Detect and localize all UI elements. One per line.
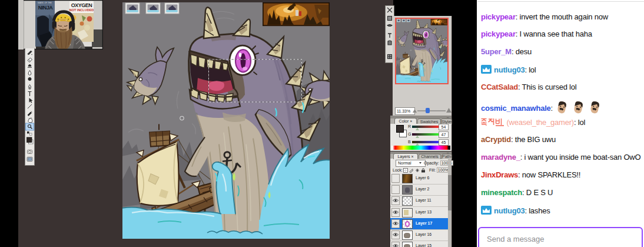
svg-text:NINJA: NINJA (38, 5, 54, 11)
svg-text:MARK OF THE: MARK OF THE (38, 2, 52, 4)
svg-text:NOT INCLUDED: NOT INCLUDED (69, 8, 94, 12)
svg-text:OXYGEN: OXYGEN (71, 2, 92, 8)
